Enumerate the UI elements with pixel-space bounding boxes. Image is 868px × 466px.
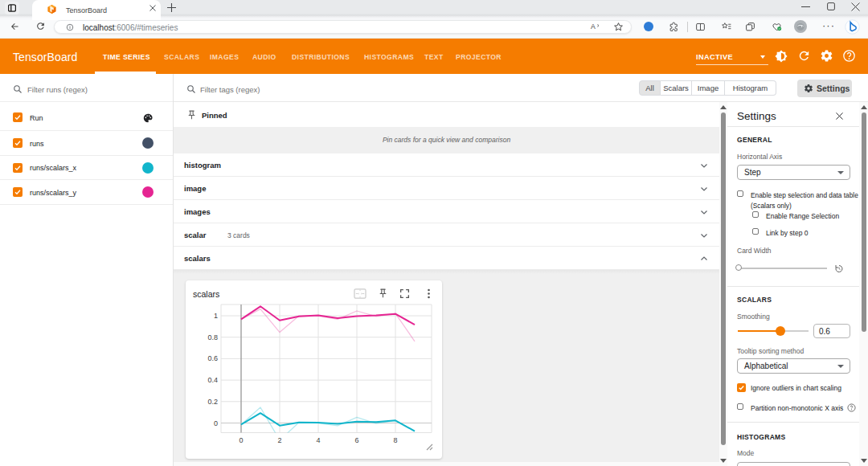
svg-text:0: 0: [214, 419, 218, 427]
svg-text:6: 6: [354, 436, 358, 444]
svg-text:0: 0: [239, 436, 243, 444]
svg-text:0.4: 0.4: [207, 376, 218, 384]
svg-text:4: 4: [316, 436, 320, 444]
svg-text:0.2: 0.2: [207, 398, 218, 406]
svg-text:0.6: 0.6: [207, 354, 218, 362]
svg-text:1: 1: [214, 312, 218, 320]
svg-text:8: 8: [393, 436, 397, 444]
svg-text:A: A: [591, 22, 596, 31]
svg-text:0.8: 0.8: [207, 333, 218, 341]
svg-text:2: 2: [277, 436, 281, 444]
